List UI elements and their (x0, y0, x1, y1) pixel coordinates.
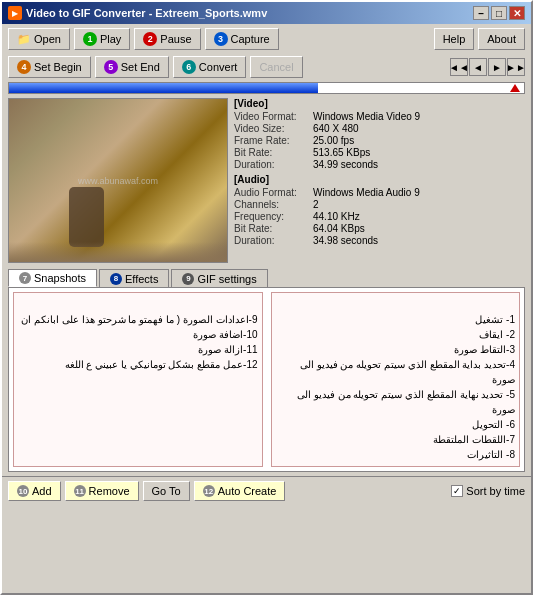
audio-format-label: Audio Format: (234, 187, 309, 198)
video-format-row: Video Format: Windows Media Video 9 (234, 111, 525, 122)
channels-row: Channels: 2 (234, 199, 525, 210)
content-area: www.abunawaf.com [Video] Video Format: W… (8, 98, 525, 263)
channels-label: Channels: (234, 199, 309, 210)
video-size-label: Video Size: (234, 123, 309, 134)
video-format-label: Video Format: (234, 111, 309, 122)
effects-circle: 8 (110, 273, 122, 285)
convert-button[interactable]: 6 Convert (173, 56, 247, 78)
video-figure (69, 187, 104, 247)
frequency-value: 44.10 KHz (313, 211, 360, 222)
progress-bar[interactable] (8, 82, 525, 94)
cancel-button[interactable]: Cancel (250, 56, 302, 78)
open-button[interactable]: 📁 Open (8, 28, 70, 50)
bit-rate-row: Bit Rate: 513.65 KBps (234, 147, 525, 158)
auto-create-circle: 12 (203, 485, 215, 497)
tab-snapshots[interactable]: 7 Snapshots (8, 269, 97, 287)
pause-button[interactable]: 2 Pause (134, 28, 200, 50)
sort-checkbox[interactable]: ✓ (451, 485, 463, 497)
watermark: www.abunawaf.com (78, 176, 158, 186)
audio-format-row: Audio Format: Windows Media Audio 9 (234, 187, 525, 198)
goto-button[interactable]: Go To (143, 481, 190, 501)
bit-rate-label: Bit Rate: (234, 147, 309, 158)
nav-buttons: ◄◄ ◄ ► ►► (450, 58, 525, 76)
video-preview: www.abunawaf.com (8, 98, 228, 263)
title-bar: ▶ Video to GIF Converter - Extreem_Sport… (2, 2, 531, 24)
snapshots-circle: 7 (19, 272, 31, 284)
toolbar-right: Help About (434, 28, 525, 50)
audio-bit-rate-row: Bit Rate: 64.04 KBps (234, 223, 525, 234)
set-begin-button[interactable]: 4 Set Begin (8, 56, 91, 78)
audio-section-title: [Audio] (234, 174, 525, 185)
capture-circle: 3 (214, 32, 228, 46)
audio-duration-row: Duration: 34.98 seconds (234, 235, 525, 246)
add-circle: 10 (17, 485, 29, 497)
set-end-circle: 5 (104, 60, 118, 74)
info-panel: [Video] Video Format: Windows Media Vide… (234, 98, 525, 263)
duration-value: 34.99 seconds (313, 159, 378, 170)
tab-content: 9-اعدادات الصورة ( ما فهمتو ما شرحتو هذا… (8, 287, 525, 472)
toolbar-row1: 📁 Open 1 Play 2 Pause 3 Capture Help Abo… (2, 24, 531, 54)
audio-format-value: Windows Media Audio 9 (313, 187, 420, 198)
progress-indicator (510, 84, 520, 92)
add-button[interactable]: 10 Add (8, 481, 61, 501)
video-section-title: [Video] (234, 98, 525, 109)
channels-value: 2 (313, 199, 319, 210)
nav-next-button[interactable]: ► (488, 58, 506, 76)
audio-bit-rate-label: Bit Rate: (234, 223, 309, 234)
frame-rate-value: 25.00 fps (313, 135, 354, 146)
frequency-row: Frequency: 44.10 KHz (234, 211, 525, 222)
title-bar-left: ▶ Video to GIF Converter - Extreem_Sport… (8, 6, 267, 20)
nav-prev-prev-button[interactable]: ◄◄ (450, 58, 468, 76)
frequency-label: Frequency: (234, 211, 309, 222)
video-ground (9, 242, 227, 262)
window-controls: – □ ✕ (473, 6, 525, 20)
help-button[interactable]: Help (434, 28, 475, 50)
remove-button[interactable]: 11 Remove (65, 481, 139, 501)
capture-button[interactable]: 3 Capture (205, 28, 279, 50)
tab-effects[interactable]: 8 Effects (99, 269, 169, 287)
audio-duration-label: Duration: (234, 235, 309, 246)
maximize-button[interactable]: □ (491, 6, 507, 20)
about-button[interactable]: About (478, 28, 525, 50)
convert-circle: 6 (182, 60, 196, 74)
video-size-value: 640 X 480 (313, 123, 359, 134)
frame-rate-label: Frame Rate: (234, 135, 309, 146)
auto-create-button[interactable]: 12 Auto Create (194, 481, 286, 501)
duration-label: Duration: (234, 159, 309, 170)
set-begin-circle: 4 (17, 60, 31, 74)
frame-rate-row: Frame Rate: 25.00 fps (234, 135, 525, 146)
pause-circle: 2 (143, 32, 157, 46)
duration-row: Duration: 34.99 seconds (234, 159, 525, 170)
gif-circle: 9 (182, 273, 194, 285)
audio-bit-rate-value: 64.04 KBps (313, 223, 365, 234)
sort-label: Sort by time (466, 485, 525, 497)
nav-next-next-button[interactable]: ►► (507, 58, 525, 76)
nav-prev-button[interactable]: ◄ (469, 58, 487, 76)
play-button[interactable]: 1 Play (74, 28, 130, 50)
audio-duration-value: 34.98 seconds (313, 235, 378, 246)
tab-gif-settings[interactable]: 9 GIF settings (171, 269, 267, 287)
sort-by-time[interactable]: ✓ Sort by time (451, 485, 525, 497)
tabs-row: 7 Snapshots 8 Effects 9 GIF settings (8, 269, 525, 287)
minimize-button[interactable]: – (473, 6, 489, 20)
toolbar-row2: 4 Set Begin 5 Set End 6 Convert Cancel ◄… (2, 54, 531, 80)
instructions-left: 9-اعدادات الصورة ( ما فهمتو ما شرحتو هذا… (13, 292, 263, 467)
main-window: ▶ Video to GIF Converter - Extreem_Sport… (0, 0, 533, 595)
window-title: Video to GIF Converter - Extreem_Sports.… (26, 7, 267, 19)
app-icon: ▶ (8, 6, 22, 20)
instructions-right: 1- تشغيل 2- ايقاف 3-التقاط صورة 4-تحديد … (271, 292, 521, 467)
progress-bar-fill (9, 83, 318, 93)
set-end-button[interactable]: 5 Set End (95, 56, 169, 78)
folder-icon: 📁 (17, 33, 31, 46)
video-size-row: Video Size: 640 X 480 (234, 123, 525, 134)
toolbar-left: 📁 Open 1 Play 2 Pause 3 Capture (8, 28, 279, 50)
bit-rate-value: 513.65 KBps (313, 147, 370, 158)
remove-circle: 11 (74, 485, 86, 497)
bottom-bar: 10 Add 11 Remove Go To 12 Auto Create ✓ … (2, 476, 531, 505)
close-button[interactable]: ✕ (509, 6, 525, 20)
video-format-value: Windows Media Video 9 (313, 111, 420, 122)
play-circle: 1 (83, 32, 97, 46)
